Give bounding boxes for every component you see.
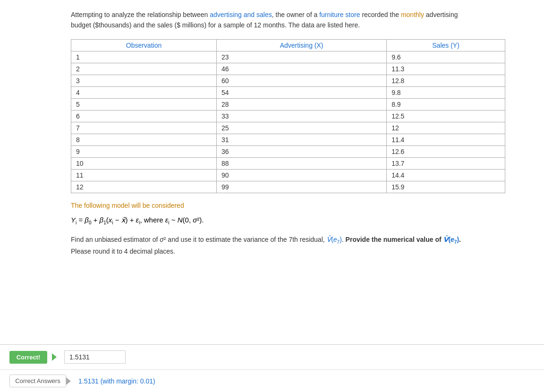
table-cell-1-1: 46 — [217, 63, 387, 75]
col-header-observation: Observation — [71, 39, 217, 51]
table-cell-11-2: 15.9 — [387, 181, 505, 193]
table-cell-2-2: 12.8 — [387, 75, 505, 86]
table-cell-4-2: 8.9 — [387, 98, 505, 110]
table-cell-9-2: 13.7 — [387, 157, 505, 169]
table-cell-4-1: 28 — [217, 98, 387, 110]
data-table: Observation Advertising (X) Sales (Y) 12… — [71, 39, 505, 193]
highlight-monthly: monthly — [401, 11, 424, 18]
col-header-sales: Sales (Y) — [387, 39, 505, 51]
highlight-advertising-sales: advertising and sales — [210, 11, 272, 18]
table-cell-0-0: 1 — [71, 51, 217, 63]
main-content: Attempting to analyze the relationship b… — [0, 0, 544, 344]
table-cell-3-0: 4 — [71, 86, 217, 98]
page-container: Attempting to analyze the relationship b… — [0, 0, 544, 392]
table-cell-0-1: 23 — [217, 51, 387, 63]
table-cell-7-0: 8 — [71, 134, 217, 145]
correct-answers-row: Correct Answers 1.5131 (with margin: 0.0… — [0, 370, 544, 392]
correct-answers-badge[interactable]: Correct Answers — [9, 375, 66, 387]
answer-input[interactable] — [64, 350, 126, 364]
table-cell-1-0: 2 — [71, 63, 217, 75]
table-cell-10-1: 90 — [217, 169, 387, 181]
table-cell-3-2: 9.8 — [387, 86, 505, 98]
table-cell-4-0: 5 — [71, 98, 217, 110]
table-cell-10-0: 11 — [71, 169, 217, 181]
table-cell-11-0: 12 — [71, 181, 217, 193]
table-row: 72512 — [71, 122, 505, 134]
model-title: The following model will be considered — [71, 202, 530, 209]
table-row: 63312.5 — [71, 110, 505, 122]
table-cell-10-2: 14.4 — [387, 169, 505, 181]
table-cell-2-1: 60 — [217, 75, 387, 86]
table-cell-0-2: 9.6 — [387, 51, 505, 63]
highlight-furniture-store: furniture store — [319, 11, 360, 18]
table-cell-3-1: 54 — [217, 86, 387, 98]
table-cell-7-1: 31 — [217, 134, 387, 145]
table-cell-5-1: 33 — [217, 110, 387, 122]
table-cell-11-1: 99 — [217, 181, 387, 193]
table-cell-1-2: 11.3 — [387, 63, 505, 75]
table-cell-5-0: 6 — [71, 110, 217, 122]
table-cell-8-0: 9 — [71, 145, 217, 157]
table-cell-5-2: 12.5 — [387, 110, 505, 122]
correct-chevron-icon — [52, 353, 57, 361]
table-cell-8-2: 12.6 — [387, 145, 505, 157]
table-row: 129915.9 — [71, 181, 505, 193]
table-row: 83111.4 — [71, 134, 505, 145]
question-text: Find an unbiased estimator of σ² and use… — [71, 234, 530, 257]
table-row: 108813.7 — [71, 157, 505, 169]
table-row: 24611.3 — [71, 63, 505, 75]
table-row: 5288.9 — [71, 98, 505, 110]
intro-paragraph: Attempting to analyze the relationship b… — [71, 9, 530, 31]
correct-row: Correct! — [0, 345, 544, 370]
table-cell-6-2: 12 — [387, 122, 505, 134]
table-cell-8-1: 36 — [217, 145, 387, 157]
table-cell-9-1: 88 — [217, 157, 387, 169]
table-cell-2-0: 3 — [71, 75, 217, 86]
table-cell-6-1: 25 — [217, 122, 387, 134]
table-row: 93612.6 — [71, 145, 505, 157]
table-cell-6-0: 7 — [71, 122, 217, 134]
table-row: 36012.8 — [71, 75, 505, 86]
correct-badge: Correct! — [9, 351, 47, 364]
table-cell-7-2: 11.4 — [387, 134, 505, 145]
correct-answers-chevron-icon — [66, 377, 71, 385]
table-row: 119014.4 — [71, 169, 505, 181]
col-header-advertising: Advertising (X) — [217, 39, 387, 51]
bottom-section: Correct! Correct Answers 1.5131 (with ma… — [0, 344, 544, 392]
table-cell-9-0: 10 — [71, 157, 217, 169]
correct-badge-wrapper: Correct! — [9, 351, 64, 364]
correct-answer-value: 1.5131 (with margin: 0.01) — [78, 377, 155, 385]
formula-block: Yi = β0 + β1(xi − x̄) + εi, where εi ~ N… — [71, 213, 530, 228]
table-row: 1239.6 — [71, 51, 505, 63]
table-row: 4549.8 — [71, 86, 505, 98]
